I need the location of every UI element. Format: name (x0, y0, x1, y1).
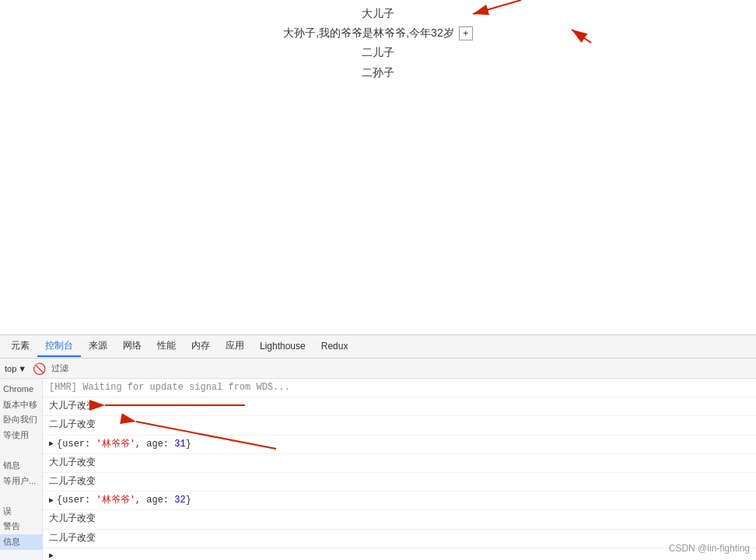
watermark: CSDN @lin-fighting (669, 543, 750, 554)
console-line-5: 大儿子改变 (43, 510, 756, 529)
sidebar-toward[interactable]: 卧向我们 (0, 412, 42, 428)
tree-container: 大儿子 大孙子,我的爷爷是林爷爷,今年32岁 + 二儿子 二孙子 (0, 4, 756, 82)
sidebar-info[interactable]: 信息 (0, 534, 42, 550)
console-line-2: 二儿子改变 (43, 416, 756, 435)
clear-console-button[interactable]: 🚫 (31, 361, 47, 376)
console-output[interactable]: [HMR] Waiting for update signal from WDS… (43, 379, 756, 560)
tab-network[interactable]: 网络 (115, 336, 149, 357)
console-line-hmr: [HMR] Waiting for update signal from WDS… (43, 379, 756, 397)
tab-console[interactable]: 控制台 (37, 336, 81, 357)
context-label: top (5, 364, 16, 373)
sidebar-spacer1 (0, 443, 42, 458)
console-line-4: 二儿子改变 (43, 473, 756, 492)
main-content: 大儿子 大孙子,我的爷爷是林爷爷,今年32岁 + 二儿子 二孙子 (0, 0, 756, 334)
filter-label: 过滤 (51, 362, 68, 374)
sidebar-user[interactable]: 等用户... (0, 474, 42, 489)
devtools-sidebar: Chrome 版本中移 卧向我们 等使用 销息 等用户... 误 警告 信息 (0, 379, 43, 560)
sidebar-error[interactable]: 误 (0, 504, 42, 520)
tab-performance[interactable]: 性能 (149, 336, 184, 357)
er-sun-zi-node: 二孙子 (362, 63, 394, 82)
tab-redux[interactable]: Redux (313, 338, 356, 356)
tab-memory[interactable]: 内存 (184, 336, 218, 357)
sidebar-chrome[interactable]: Chrome (0, 382, 42, 397)
console-line-obj2: ▶ {user: '林爷爷' , age: 32 } (43, 492, 756, 510)
context-chevron-icon: ▼ (18, 364, 26, 373)
console-line-expand: ▶ (43, 548, 756, 560)
plus-button[interactable]: + (459, 26, 473, 40)
sidebar-spacer2 (0, 488, 42, 504)
er-er-zi-node: 二儿子 (362, 43, 394, 62)
console-line-6: 二儿子改变 (43, 530, 756, 548)
tab-sources[interactable]: 来源 (81, 336, 115, 357)
page-content: 大儿子 大孙子,我的爷爷是林爷爷,今年32岁 + 二儿子 二孙子 (0, 0, 756, 334)
devtools-panel: 元素 控制台 来源 网络 性能 内存 应用 Lighthouse Redux t… (0, 334, 756, 560)
console-line-3: 大儿子改变 (43, 454, 756, 473)
devtools-body: Chrome 版本中移 卧向我们 等使用 销息 等用户... 误 警告 信息 [… (0, 379, 756, 560)
expand-icon-1[interactable]: ▶ (49, 438, 54, 450)
da-sun-zi-node: 大孙子,我的爷爷是林爷爷,今年32岁 (283, 23, 453, 43)
da-er-zi-node: 大儿子 (362, 4, 394, 23)
devtools-tabs-bar: 元素 控制台 来源 网络 性能 内存 应用 Lighthouse Redux (0, 335, 756, 359)
devtools-main: [HMR] Waiting for update signal from WDS… (43, 379, 756, 560)
devtools-toolbar: top ▼ 🚫 过滤 (0, 359, 756, 379)
tab-elements[interactable]: 元素 (3, 336, 37, 357)
sidebar-warning[interactable]: 警告 (0, 519, 42, 534)
console-line-obj1: ▶ {user: '林爷爷' , age: 31 } (43, 436, 756, 454)
console-line-1: 大儿子改变 (43, 397, 756, 416)
expand-icon-2[interactable]: ▶ (49, 495, 54, 507)
da-sun-zi-row: 大孙子,我的爷爷是林爷爷,今年32岁 + (283, 23, 472, 43)
sidebar-version[interactable]: 版本中移 (0, 397, 42, 413)
expand-icon-3[interactable]: ▶ (49, 550, 54, 560)
sidebar-msg[interactable]: 销息 (0, 458, 42, 474)
sidebar-use[interactable]: 等使用 (0, 428, 42, 443)
context-selector[interactable]: top ▼ (5, 364, 26, 373)
tab-application[interactable]: 应用 (218, 336, 252, 357)
tab-lighthouse[interactable]: Lighthouse (252, 338, 313, 356)
